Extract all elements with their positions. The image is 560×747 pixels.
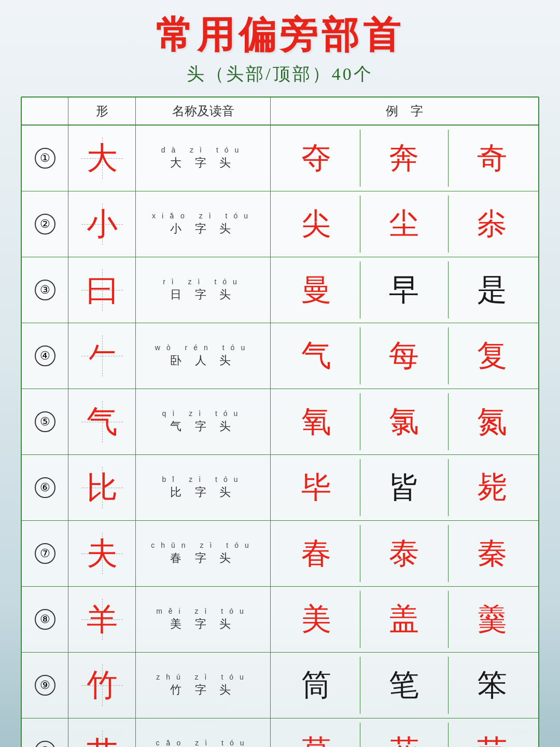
cell-name: rì zì tóu日 字 头 (136, 257, 271, 323)
chinese-name: 美 字 头 (170, 616, 236, 632)
example-char-cell: 尜 (449, 196, 536, 253)
radical-char: 羊 (87, 599, 118, 641)
cell-number: ⑤ (22, 389, 68, 454)
example-char: 笔 (389, 665, 419, 706)
example-char-cell: 泰 (360, 525, 448, 582)
table-row: ④𠂉wò rén tóu卧 人 头气每复 (22, 323, 538, 389)
table-body: ①大dà zì tóu大 字 头夺奔奇②小xiǎo zì tóu小 字 头尖尘尜… (22, 126, 538, 747)
pinyin: cǎo zì tóu (156, 739, 250, 747)
radical-char: 大 (87, 137, 118, 179)
cell-examples: 毕皆毙 (271, 455, 538, 520)
example-char: 盖 (389, 599, 419, 640)
chinese-name: 春 字 头 (170, 550, 236, 566)
chinese-name: 竹 字 头 (170, 682, 236, 698)
example-char: 尜 (477, 204, 507, 244)
radical-char: 𠂉 (87, 338, 118, 374)
example-char: 筒 (301, 665, 331, 706)
example-char: 氮 (477, 402, 507, 442)
example-char-cell: 筒 (273, 657, 360, 714)
example-char-cell: 夺 (273, 130, 360, 187)
radical-char: 气 (87, 401, 118, 443)
example-char: 尖 (301, 204, 331, 244)
cell-examples: 筒笔笨 (271, 653, 538, 718)
example-char: 草 (301, 731, 331, 747)
example-char-cell: 奔 (360, 130, 448, 187)
cell-name: dà zì tóu大 字 头 (136, 126, 271, 191)
row-number: ② (35, 214, 55, 234)
example-char: 氧 (301, 402, 331, 442)
row-number: ⑩ (35, 741, 55, 747)
cell-number: ⑩ (22, 718, 68, 747)
cell-examples: 春泰秦 (271, 521, 538, 586)
table-row: ⑨竹zhú zì tóu竹 字 头筒笔笨 (22, 653, 538, 718)
example-char: 奔 (389, 138, 419, 178)
cell-radical: 气 (68, 389, 136, 454)
cell-number: ① (22, 126, 68, 191)
table-header: 形 名称及读音 例 字 (22, 98, 538, 126)
header-col4: 例 字 (271, 98, 538, 125)
example-char-cell: 笨 (449, 657, 536, 714)
chinese-name: 大 字 头 (170, 155, 236, 171)
cell-radical: 大 (68, 126, 136, 191)
cell-number: ③ (22, 257, 68, 323)
cell-radical: 比 (68, 455, 136, 520)
example-char: 奇 (477, 138, 507, 178)
pinyin: dà zì tóu (161, 146, 245, 154)
example-char-cell: 羹 (449, 591, 536, 648)
example-char-cell: 复 (449, 327, 536, 384)
cell-name: xiǎo zì tóu小 字 头 (136, 191, 271, 257)
example-char-cell: 秦 (449, 525, 536, 582)
row-number: ⑧ (35, 609, 55, 630)
chinese-name: 卧 人 头 (170, 353, 236, 368)
example-char-cell: 早 (360, 261, 448, 319)
example-char: 美 (301, 599, 331, 640)
cell-name: zhú zì tóu竹 字 头 (136, 653, 271, 718)
example-char: 早 (389, 270, 419, 310)
pinyin: chūn zì tóu (151, 541, 255, 549)
main-title: 常用偏旁部首 (21, 10, 539, 60)
example-char: 曼 (301, 270, 331, 310)
table-row: ⑤气qì zì tóu气 字 头氧氯氮 (22, 389, 538, 455)
cell-name: cǎo zì tóu草 字 头 (136, 718, 271, 747)
chinese-name: 气 字 头 (170, 419, 236, 434)
pinyin: bǐ zì tóu (162, 475, 244, 483)
cell-name: qì zì tóu气 字 头 (136, 389, 271, 454)
pinyin: zhú zì tóu (156, 673, 250, 681)
table-row: ⑥比bǐ zì tóu比 字 头毕皆毙 (22, 455, 538, 521)
cell-number: ② (22, 191, 68, 257)
table-row: ⑩艹cǎo zì tóu草 字 头草花节 (22, 718, 538, 747)
example-char-cell: 氯 (360, 393, 448, 450)
example-char: 泰 (389, 533, 419, 574)
cell-examples: 草花节 (271, 718, 538, 747)
cell-radical: 竹 (68, 653, 136, 718)
example-char-cell: 笔 (360, 657, 448, 714)
cell-examples: 曼早是 (271, 257, 538, 323)
cell-radical: 羊 (68, 587, 136, 652)
cell-radical: 𠂉 (68, 323, 136, 389)
example-char-cell: 草 (273, 723, 360, 747)
table-row: ②小xiǎo zì tóu小 字 头尖尘尜 (22, 191, 538, 257)
cell-examples: 夺奔奇 (271, 126, 538, 191)
example-char-cell: 氮 (449, 393, 536, 450)
chinese-name: 小 字 头 (170, 221, 236, 237)
example-char: 节 (477, 731, 507, 747)
example-char: 毙 (477, 467, 507, 508)
table-row: ⑧羊měi zì tóu美 字 头美盖羹 (22, 587, 538, 653)
chinese-name: 日 字 头 (170, 287, 236, 302)
chinese-name: 比 字 头 (170, 485, 236, 500)
example-char-cell: 毙 (449, 459, 536, 516)
example-char-cell: 美 (273, 591, 360, 648)
example-char: 气 (301, 336, 331, 376)
example-char-cell: 曼 (273, 261, 360, 319)
example-char: 氯 (389, 402, 419, 442)
pinyin: měi zì tóu (156, 607, 250, 615)
example-char: 羹 (477, 599, 507, 640)
cell-examples: 氧氯氮 (271, 389, 538, 454)
row-number: ④ (35, 345, 55, 366)
cell-radical: 小 (68, 191, 136, 257)
cell-examples: 尖尘尜 (271, 191, 538, 257)
example-char-cell: 毕 (273, 459, 360, 516)
table-row: ①大dà zì tóu大 字 头夺奔奇 (22, 126, 538, 191)
example-char-cell: 氧 (273, 393, 360, 450)
example-char: 毕 (301, 467, 331, 508)
